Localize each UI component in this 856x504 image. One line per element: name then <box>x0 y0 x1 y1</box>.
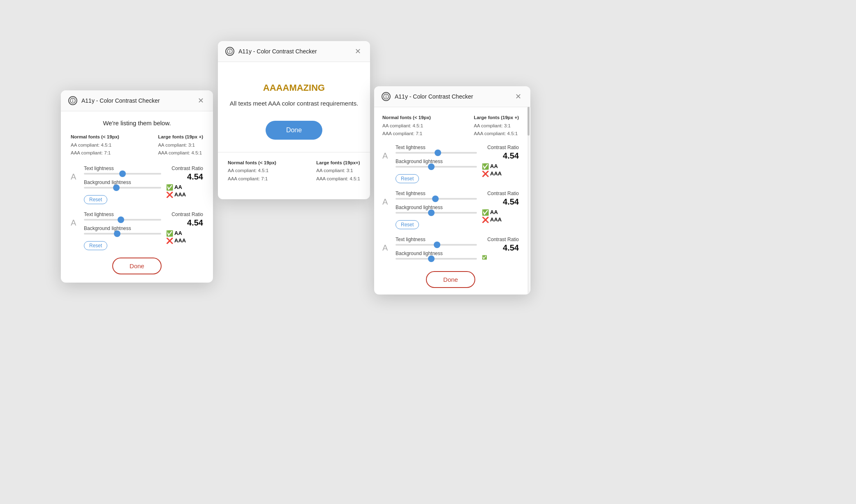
center-large-fonts-aaa: AAA compliant: 4.5:1 <box>316 175 360 183</box>
right-item2-reset-button[interactable]: Reset <box>396 220 419 229</box>
right-large-fonts-aaa: AAA compliant: 4.5:1 <box>474 130 519 138</box>
right-normal-fonts-aaa: AAA compliant: 7:1 <box>382 130 431 138</box>
center-divider <box>218 152 370 152</box>
left-item1-bg-thumb[interactable] <box>113 184 120 191</box>
right-scrollbar-thumb[interactable] <box>527 107 530 136</box>
right-dialog-icon <box>382 92 391 101</box>
left-item2-contrast-label: Contrast Ratio <box>166 212 203 217</box>
right-item3-text-thumb[interactable] <box>434 242 440 248</box>
left-dialog-close-button[interactable]: ✕ <box>196 96 206 105</box>
left-item2-letter: A <box>71 218 79 228</box>
left-item2-text-thumb[interactable] <box>118 216 124 223</box>
right-item1-aa-label: AA <box>490 163 498 169</box>
right-item3-text-lightness-wrap: Text lightness <box>396 237 477 246</box>
right-item2-sliders: Text lightness Background lightness Rese… <box>396 191 477 229</box>
left-item1-text-thumb[interactable] <box>119 170 126 177</box>
left-item2-badges: ✅ AA ❌ AAA <box>166 230 203 244</box>
right-item1-sliders: Text lightness Background lightness Rese… <box>396 145 477 183</box>
scene: A11y - Color Contrast Checker ✕ We're li… <box>0 0 856 504</box>
left-item2-text-slider[interactable] <box>84 219 161 221</box>
left-item1-aa-label: AA <box>174 184 182 190</box>
right-item2: A Text lightness Background lightness <box>382 191 519 229</box>
right-large-fonts-label: Large fonts (19px +) <box>474 114 519 122</box>
left-item1-text-lightness-wrap: Text lightness <box>84 166 161 175</box>
left-done-button[interactable]: Done <box>112 258 162 274</box>
right-item3-bg-thumb[interactable] <box>428 255 435 262</box>
center-dialog-body: AAAAMAZING All texts meet AAA color cont… <box>218 62 370 199</box>
left-item1-bg-slider[interactable] <box>84 187 161 189</box>
left-item2-reset-button[interactable]: Reset <box>84 241 107 250</box>
svg-point-7 <box>386 95 386 96</box>
right-item2-aa-label: AA <box>490 209 498 215</box>
left-dialog-titlebar: A11y - Color Contrast Checker ✕ <box>61 90 213 111</box>
right-item1-bg-thumb[interactable] <box>428 163 435 170</box>
right-item1-reset-button[interactable]: Reset <box>396 174 419 183</box>
right-item2-aaa-x-icon: ❌ <box>482 216 489 223</box>
right-item2-bg-lightness-wrap: Background lightness <box>396 205 477 214</box>
right-item1-text-slider[interactable] <box>396 152 477 154</box>
right-done-button[interactable]: Done <box>426 271 475 288</box>
left-item1-reset-button[interactable]: Reset <box>84 195 107 204</box>
right-item2-text-thumb[interactable] <box>432 196 439 202</box>
right-dialog-body: Normal fonts (< 19px) AA compliant: 4.5:… <box>374 107 530 295</box>
right-item1-bg-slider[interactable] <box>396 166 477 168</box>
center-dialog-icon <box>225 47 234 56</box>
left-dialog: A11y - Color Contrast Checker ✕ We're li… <box>61 90 213 283</box>
right-dialog-titlebar: A11y - Color Contrast Checker ✕ <box>374 86 530 107</box>
left-item1: A Text lightness Background lightness <box>71 166 203 204</box>
right-item1-contrast-value: 4.54 <box>482 151 519 161</box>
center-aaa-heading: AAAAMAZING <box>228 83 360 93</box>
right-scrollbar-track <box>527 107 530 295</box>
left-item2-aaa-badge: ❌ AAA <box>166 237 203 244</box>
right-item2-text-slider[interactable] <box>396 198 477 200</box>
left-item1-aaa-label: AAA <box>174 191 186 198</box>
right-item1-bg-lightness-wrap: Background lightness <box>396 159 477 168</box>
left-item1-aa-check-icon: ✅ <box>166 184 173 191</box>
right-normal-fonts: Normal fonts (< 19px) AA compliant: 4.5:… <box>382 114 431 138</box>
right-item2-aa-badge: ✅ AA <box>482 209 519 216</box>
center-normal-fonts-aaa: AAA compliant: 7:1 <box>228 175 276 183</box>
right-item1-aa-badge: ✅ AA <box>482 163 519 170</box>
right-large-fonts: Large fonts (19px +) AA compliant: 3:1 A… <box>474 114 519 138</box>
right-dialog-font-info: Normal fonts (< 19px) AA compliant: 4.5:… <box>382 114 519 138</box>
right-item3-bg-lightness-label: Background lightness <box>396 251 477 256</box>
right-item2-bg-thumb[interactable] <box>428 209 435 216</box>
center-normal-fonts-aa: AA compliant: 4.5:1 <box>228 167 276 175</box>
right-item3-aa-check-icon: ✅ <box>482 255 487 260</box>
right-item3-bg-lightness-wrap: Background lightness <box>396 251 477 260</box>
right-item3-bg-slider[interactable] <box>396 258 477 260</box>
left-item2-aaa-x-icon: ❌ <box>166 237 173 244</box>
left-item1-bg-lightness-label: Background lightness <box>84 180 161 185</box>
right-item1-text-thumb[interactable] <box>435 150 441 156</box>
left-item2-bg-thumb[interactable] <box>114 230 120 237</box>
right-item3-contrast-label: Contrast Ratio <box>482 237 519 242</box>
right-item2-contrast-value: 4.54 <box>482 197 519 207</box>
right-item1-aaa-badge: ❌ AAA <box>482 170 519 177</box>
center-done-button[interactable]: Done <box>266 121 322 140</box>
left-item2-bg-slider[interactable] <box>84 233 161 235</box>
right-item1-contrast-label: Contrast Ratio <box>482 145 519 150</box>
center-dialog-close-button[interactable]: ✕ <box>353 47 363 56</box>
right-dialog-scrollbar-area <box>526 107 530 295</box>
right-item2-contrast-label: Contrast Ratio <box>482 191 519 196</box>
left-item1-text-slider[interactable] <box>84 173 161 175</box>
left-item2-contrast-value: 4.54 <box>166 218 203 228</box>
right-item2-contrast: Contrast Ratio 4.54 ✅ AA ❌ AAA <box>482 191 519 223</box>
right-item2-bg-slider[interactable] <box>396 212 477 214</box>
svg-point-4 <box>229 50 230 51</box>
right-item3-text-slider[interactable] <box>396 244 477 246</box>
right-item2-badges: ✅ AA ❌ AAA <box>482 209 519 223</box>
left-item1-contrast-label: Contrast Ratio <box>166 166 203 171</box>
left-large-fonts-aa: AA compliant: 3:1 <box>158 141 203 150</box>
right-item3-badges: ✅ <box>482 255 519 260</box>
left-large-fonts: Large fonts (19px +) AA compliant: 3:1 A… <box>158 133 203 157</box>
left-dialog-icon <box>68 96 77 105</box>
right-item1-text-lightness-wrap: Text lightness <box>396 145 477 154</box>
left-item2-text-lightness-wrap: Text lightness <box>84 212 161 221</box>
center-dialog: A11y - Color Contrast Checker ✕ AAAAMAZI… <box>218 41 370 199</box>
left-item1-aaa-badge: ❌ AAA <box>166 191 203 198</box>
right-item2-aaa-badge: ❌ AAA <box>482 216 519 223</box>
left-item2-bg-lightness-wrap: Background lightness <box>84 226 161 235</box>
left-item2-text-lightness-label: Text lightness <box>84 212 161 217</box>
right-dialog-close-button[interactable]: ✕ <box>514 92 523 101</box>
